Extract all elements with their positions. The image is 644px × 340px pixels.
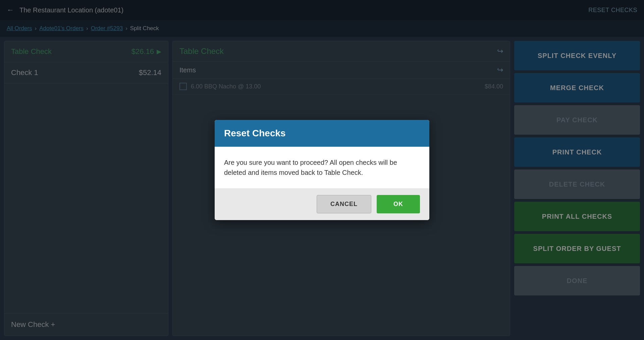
reset-checks-modal: Reset Checks Are you sure you want to pr… bbox=[215, 120, 429, 220]
modal-overlay: Reset Checks Are you sure you want to pr… bbox=[0, 0, 644, 340]
modal-cancel-button[interactable]: CANCEL bbox=[317, 195, 371, 213]
modal-footer: CANCEL OK bbox=[215, 188, 429, 220]
modal-header: Reset Checks bbox=[215, 120, 429, 147]
modal-body: Are you sure you want to proceed? All op… bbox=[215, 147, 429, 188]
modal-message: Are you sure you want to proceed? All op… bbox=[224, 157, 420, 178]
modal-title: Reset Checks bbox=[224, 128, 286, 138]
modal-ok-button[interactable]: OK bbox=[377, 195, 420, 213]
